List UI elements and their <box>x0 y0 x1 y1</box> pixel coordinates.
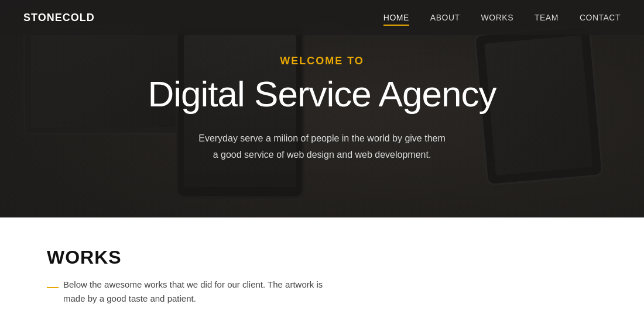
nav-item-about[interactable]: ABOUT <box>430 12 460 23</box>
hero-content: WELCOME TO Digital Service Agency Everyd… <box>136 55 508 163</box>
hero-desc-line1: Everyday serve a milion of people in the… <box>198 133 446 143</box>
hero-section: STONECOLD HOME ABOUT WORKS TEAM CONTACT … <box>0 0 644 217</box>
brand-logo[interactable]: STONECOLD <box>23 12 95 24</box>
works-description: Below the awesome works that we did for … <box>63 278 344 306</box>
navbar: STONECOLD HOME ABOUT WORKS TEAM CONTACT <box>0 0 644 35</box>
works-description-row: — Below the awesome works that we did fo… <box>47 278 597 306</box>
nav-item-home[interactable]: HOME <box>383 12 409 23</box>
hero-subtitle: WELCOME TO <box>148 55 496 67</box>
nav-item-works[interactable]: WORKS <box>481 12 513 23</box>
hero-description: Everyday serve a milion of people in the… <box>176 130 468 162</box>
works-section: WORKS — Below the awesome works that we … <box>0 217 644 311</box>
hero-desc-line2: a good service of web design and web dev… <box>213 150 431 160</box>
hero-title: Digital Service Agency <box>148 74 496 114</box>
works-dash: — <box>47 278 59 295</box>
nav-item-team[interactable]: TEAM <box>535 12 559 23</box>
nav-links: HOME ABOUT WORKS TEAM CONTACT <box>383 12 621 23</box>
nav-item-contact[interactable]: CONTACT <box>580 12 621 23</box>
works-title: WORKS <box>47 247 597 268</box>
